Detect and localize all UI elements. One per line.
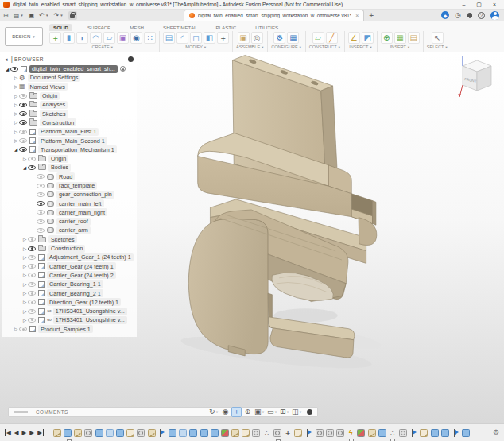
tree-item-carrier-gear-24-teeth-1[interactable]: ▷Carrier_Gear (24 teeth) 1 — [2, 262, 137, 271]
caret-collapsed-icon[interactable]: ▷ — [21, 157, 28, 161]
tree-item-bodies[interactable]: ◢Bodies — [2, 163, 137, 172]
visibility-eye-icon-off[interactable] — [19, 130, 27, 134]
visibility-eye-icon-off[interactable] — [19, 94, 27, 99]
visibility-eye-icon-off[interactable] — [28, 300, 36, 304]
timeline-move-feature[interactable]: ＋ — [284, 429, 292, 437]
viewports-icon[interactable]: ◫▼ — [291, 407, 303, 417]
caret-collapsed-icon[interactable]: ▷ — [21, 246, 28, 251]
canvas-icon[interactable]: ▦ — [394, 32, 406, 44]
tree-item-17hs3401-usongshine-v[interactable]: ▷∞17HS3401_Usongshine v... — [2, 307, 137, 315]
tree-item-road[interactable]: Road — [2, 172, 137, 181]
browser-collapse-icon[interactable]: ◂▕ — [5, 56, 12, 63]
timeline-feature-feature[interactable] — [431, 429, 439, 437]
timeline-feature-feature[interactable] — [116, 429, 124, 437]
timeline-feature-light-feature[interactable] — [179, 429, 187, 437]
new-tab-button[interactable]: + — [369, 11, 374, 20]
timeline-component-feature[interactable] — [126, 429, 134, 437]
view-cube[interactable]: FRONT — [456, 56, 498, 102]
caret-collapsed-icon[interactable]: ▷ — [21, 237, 28, 242]
caret-expanded-icon[interactable]: ◢ — [21, 165, 28, 170]
visibility-eye-icon-on[interactable] — [10, 67, 18, 72]
tree-item-carrier-roof[interactable]: carrier_roof — [2, 217, 137, 226]
display-settings-icon[interactable]: ▭▼ — [266, 407, 278, 417]
tab-plastic[interactable]: PLASTIC — [211, 24, 240, 31]
play-button[interactable]: ▶ — [22, 429, 27, 436]
timeline-flag-feature[interactable] — [158, 429, 166, 437]
tree-item-transportation-mechanism-1[interactable]: ◢Transportation_Mechanism 1 — [2, 145, 137, 154]
timeline-joint-feature[interactable] — [326, 429, 334, 437]
timeline-joint-feature[interactable] — [252, 429, 260, 437]
timeline-component-feature[interactable] — [420, 429, 428, 437]
close-button[interactable]: × — [493, 1, 496, 9]
caret-collapsed-icon[interactable]: ▷ — [21, 282, 28, 287]
move-copy-icon[interactable]: ＋ — [217, 32, 229, 44]
visibility-eye-icon-on[interactable] — [19, 120, 27, 125]
visibility-eye-icon-off[interactable] — [28, 318, 36, 323]
tab-surface[interactable]: SURFACE — [83, 24, 114, 31]
configure-icon[interactable]: ⚙ — [273, 32, 285, 44]
tree-item-origin[interactable]: ▷Origin — [2, 154, 137, 163]
visibility-eye-icon-off[interactable] — [37, 210, 45, 215]
timeline-sketch-feature[interactable] — [53, 429, 61, 437]
tree-item-platform-main-first-1[interactable]: ▷Platform_Main_First 1 — [2, 127, 137, 136]
timeline-appearance-feature[interactable] — [221, 429, 229, 437]
caret-collapsed-icon[interactable]: ▷ — [13, 111, 19, 116]
visibility-eye-icon-off[interactable] — [28, 157, 36, 161]
visibility-eye-icon-on[interactable] — [37, 201, 45, 206]
tree-item-adjustment-gear-1-24-teeth-1[interactable]: ▷Adjustment_Gear_1 (24 teeth) 1 — [2, 253, 137, 261]
caret-expanded-icon[interactable]: ◢ — [4, 67, 10, 72]
browser-close-icon[interactable] — [128, 56, 134, 62]
timeline-flag-feature[interactable] — [452, 429, 459, 437]
caret-collapsed-icon[interactable]: ▷ — [21, 255, 28, 260]
visibility-eye-icon-off[interactable] — [28, 264, 36, 269]
visibility-eye-icon-on[interactable] — [19, 111, 27, 116]
look-at-icon[interactable]: ◉ — [220, 407, 231, 417]
timeline-flag-feature[interactable] — [304, 429, 312, 437]
visibility-eye-icon-on[interactable] — [19, 103, 27, 107]
visibility-eye-icon-on[interactable] — [28, 165, 36, 170]
tree-item-carrier-main-right[interactable]: carrier_main_right — [2, 208, 137, 217]
save-icon[interactable]: ▣ — [29, 12, 35, 19]
shell-icon[interactable]: ◻ — [190, 32, 202, 44]
timeline-joint-feature[interactable] — [137, 429, 145, 437]
form-icon[interactable]: ▣ — [117, 32, 129, 44]
tree-item-analyses[interactable]: ▷Analyses — [2, 100, 137, 109]
timeline-joint-feature[interactable] — [84, 429, 92, 437]
tree-item-digital-twin-enabled-smart-sh[interactable]: ◢digital_twin_enabled_smart_sh... — [2, 64, 137, 73]
timeline-dots-feature[interactable]: ∴ — [263, 429, 271, 437]
section-analysis-icon[interactable]: ◩ — [362, 32, 374, 44]
visibility-eye-icon-off[interactable] — [19, 138, 27, 143]
timeline-dots-feature[interactable]: ∴ — [389, 429, 397, 437]
skip-end-button[interactable]: ▶ — [37, 429, 44, 436]
extrude-icon[interactable]: ▮ — [63, 32, 75, 44]
timeline-joint-feature[interactable] — [273, 429, 281, 437]
timeline-component-feature[interactable] — [294, 429, 302, 437]
tree-item-construction[interactable]: ▷Construction — [2, 118, 137, 127]
tree-item-construction[interactable]: ▷Construction — [2, 244, 137, 253]
redo-icon[interactable]: ↷▼ — [53, 12, 63, 19]
timeline-bolt-feature[interactable]: ϟ — [347, 429, 355, 437]
configuration-table-icon[interactable]: ▦ — [287, 32, 299, 44]
visibility-eye-icon-off[interactable] — [28, 282, 36, 287]
undo-icon[interactable]: ↶▼ — [39, 12, 48, 19]
tree-item-product-samples-1[interactable]: ▷Product_Samples 1 — [2, 325, 137, 334]
visibility-eye-icon-off[interactable] — [37, 192, 45, 197]
visibility-eye-icon-off[interactable] — [19, 327, 27, 331]
visibility-eye-icon-on[interactable] — [19, 147, 27, 152]
timeline-feature-feature[interactable] — [462, 429, 470, 437]
sweep-icon[interactable]: ◠ — [90, 32, 102, 44]
timeline-flag-feature[interactable] — [409, 429, 417, 437]
caret-collapsed-icon[interactable]: ▷ — [21, 300, 28, 304]
timeline-feature-feature[interactable] — [64, 429, 72, 437]
timeline-joint-feature[interactable] — [399, 429, 407, 437]
loft-icon[interactable]: ▱ — [103, 32, 115, 44]
timeline-appearance-feature[interactable] — [357, 429, 365, 437]
modify-group-label[interactable]: MODIFY▼ — [185, 44, 207, 49]
tab-mesh[interactable]: MESH — [126, 24, 148, 31]
revolve-icon[interactable]: ◗ — [76, 32, 88, 44]
create-group-label[interactable]: CREATE▼ — [91, 44, 113, 49]
skip-start-button[interactable]: ◀ — [5, 429, 11, 436]
caret-collapsed-icon[interactable]: ▷ — [13, 327, 19, 331]
profile-avatar[interactable] — [490, 11, 499, 20]
timeline-options-gear-icon[interactable]: ⚙ — [493, 428, 499, 436]
